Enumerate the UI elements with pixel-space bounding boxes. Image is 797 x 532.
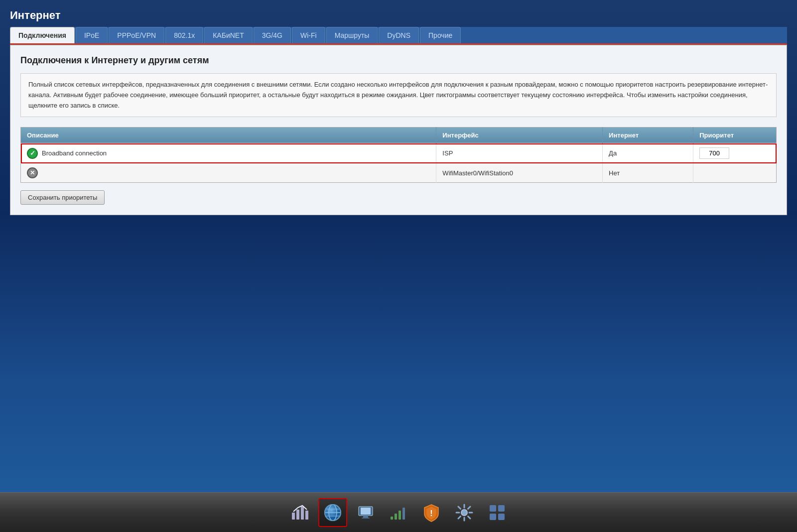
security-taskbar-icon[interactable]: ! xyxy=(417,498,446,527)
svg-rect-15 xyxy=(391,517,393,520)
tab-podklyucheniya[interactable]: Подключения xyxy=(10,27,75,43)
tab-dydns[interactable]: DyDNS xyxy=(379,27,419,43)
tab-ipoe[interactable]: IPoE xyxy=(76,27,108,43)
svg-rect-18 xyxy=(402,508,405,520)
svg-line-27 xyxy=(468,507,471,509)
svg-rect-0 xyxy=(292,513,295,520)
svg-rect-1 xyxy=(296,510,299,520)
page-title: Интернет xyxy=(10,5,787,27)
row1-description-cell: Broadband connection xyxy=(21,143,436,163)
tab-3g4g[interactable]: 3G/4G xyxy=(254,27,291,43)
save-priorities-button[interactable]: Сохранить приоритеты xyxy=(20,190,105,205)
col-header-internet: Интернет xyxy=(603,128,693,143)
row2-description-cell xyxy=(21,163,436,183)
svg-rect-14 xyxy=(362,518,370,519)
tab-wifi[interactable]: Wi-Fi xyxy=(292,27,325,43)
svg-text:!: ! xyxy=(430,509,432,518)
col-header-description: Описание xyxy=(21,128,436,143)
inactive-status-icon xyxy=(27,167,38,178)
svg-point-20 xyxy=(461,510,467,516)
row1-priority-cell xyxy=(693,143,777,163)
svg-rect-3 xyxy=(305,511,308,520)
row1-status-cell: Broadband connection xyxy=(27,148,430,159)
connections-panel: Подключения к Интернету и другим сетям П… xyxy=(10,45,787,215)
svg-rect-16 xyxy=(395,514,397,520)
svg-rect-32 xyxy=(498,514,505,520)
svg-rect-2 xyxy=(301,507,304,520)
tab-pppoe-vpn[interactable]: PPPoE/VPN xyxy=(109,27,164,43)
row1-internet-cell: Да xyxy=(603,143,693,163)
svg-rect-30 xyxy=(498,505,505,512)
signal-svg-icon xyxy=(389,503,408,523)
svg-rect-29 xyxy=(490,505,496,512)
svg-line-26 xyxy=(468,516,471,519)
svg-line-28 xyxy=(458,516,461,519)
apps-taskbar-icon[interactable] xyxy=(483,498,512,527)
panel-title: Подключения к Интернету и другим сетям xyxy=(20,55,777,66)
col-header-priority: Приоритет xyxy=(693,128,777,143)
table-header-row: Описание Интерфейс Интернет Приоритет xyxy=(21,128,777,143)
internet-taskbar-icon[interactable] xyxy=(318,498,347,527)
row2-priority-cell xyxy=(693,163,777,183)
col-header-interface: Интерфейс xyxy=(436,128,603,143)
security-svg-icon: ! xyxy=(421,503,441,523)
tabs-row: Подключения IPoE PPPoE/VPN 802.1x КАБиNE… xyxy=(10,27,787,43)
main-content: Интернет Подключения IPoE PPPoE/VPN 802.… xyxy=(0,0,797,215)
network-svg-icon xyxy=(356,503,376,523)
description-box: Полный список сетевых интерфейсов, предн… xyxy=(20,73,777,117)
settings-taskbar-icon[interactable] xyxy=(450,498,479,527)
taskbar: ! xyxy=(0,492,797,532)
row2-internet-cell: Нет xyxy=(603,163,693,183)
connections-table: Описание Интерфейс Интернет Приоритет Br… xyxy=(20,127,777,183)
stats-svg-icon xyxy=(290,503,310,523)
tab-marshruty[interactable]: Маршруты xyxy=(326,27,378,43)
signal-taskbar-icon[interactable] xyxy=(384,498,413,527)
table-row[interactable]: WifiMaster0/WifiStation0 Нет xyxy=(21,163,777,183)
row1-description-text: Broadband connection xyxy=(42,149,107,157)
network-taskbar-icon[interactable] xyxy=(351,498,380,527)
internet-svg-icon xyxy=(323,503,343,523)
active-status-icon xyxy=(27,148,38,159)
svg-rect-31 xyxy=(490,514,496,520)
row2-interface-cell: WifiMaster0/WifiStation0 xyxy=(436,163,603,183)
tab-kabinet[interactable]: КАБиNET xyxy=(204,27,253,43)
tabs-container: Подключения IPoE PPPoE/VPN 802.1x КАБиNE… xyxy=(10,27,787,45)
statistics-taskbar-icon[interactable] xyxy=(285,498,314,527)
row1-interface-cell: ISP xyxy=(436,143,603,163)
tab-8021x[interactable]: 802.1x xyxy=(165,27,203,43)
table-row[interactable]: Broadband connection ISP Да xyxy=(21,143,777,163)
settings-svg-icon xyxy=(454,503,474,523)
svg-rect-13 xyxy=(363,516,368,518)
apps-svg-icon xyxy=(487,503,507,523)
row1-priority-input[interactable] xyxy=(699,147,729,159)
row2-status-cell xyxy=(27,167,430,178)
svg-line-25 xyxy=(458,507,461,509)
svg-rect-17 xyxy=(398,511,401,520)
tab-prochie[interactable]: Прочие xyxy=(420,27,461,43)
svg-rect-12 xyxy=(361,508,371,515)
